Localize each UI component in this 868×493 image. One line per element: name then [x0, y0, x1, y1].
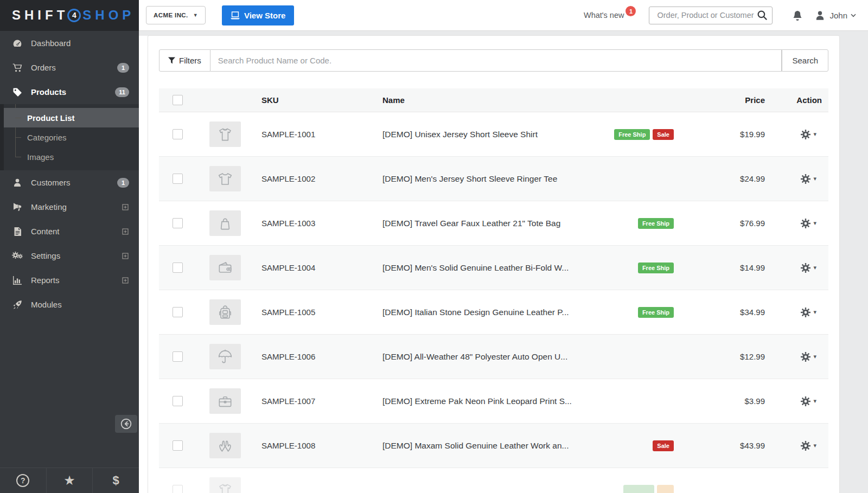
user-menu[interactable]: John: [815, 10, 856, 21]
search-button[interactable]: Search: [782, 49, 828, 72]
row-checkbox[interactable]: [173, 440, 183, 451]
sidebar-item-content[interactable]: Content: [0, 219, 139, 244]
product-sku: SAMPLE-1003: [261, 219, 382, 228]
sidebar-item-dashboard[interactable]: Dashboard: [0, 31, 139, 55]
main-content: Filters Search SKU Name Price Action SAM…: [139, 31, 868, 493]
notifications-bell-button[interactable]: [792, 10, 803, 21]
help-icon: ?: [16, 474, 29, 487]
tshirt2-thumbnail-icon[interactable]: [209, 166, 241, 191]
chevron-down-icon: ▾: [813, 353, 816, 360]
umbrella-thumbnail-icon[interactable]: [209, 344, 241, 369]
megaphone-icon: [12, 202, 23, 212]
sidebar-item-customers[interactable]: Customers1: [0, 170, 139, 195]
product-name-link[interactable]: [DEMO] Men's Jersey Short Sleeve Ringer …: [382, 174, 557, 184]
row-checkbox[interactable]: [173, 262, 183, 273]
row-actions-gear-button[interactable]: ▾: [801, 396, 816, 406]
product-name-link[interactable]: [DEMO] Italian Stone Design Genuine Leat…: [382, 308, 569, 317]
expand-icon[interactable]: [122, 228, 129, 235]
row-actions-gear-button[interactable]: ▾: [801, 308, 816, 317]
row-actions-gear-button[interactable]: ▾: [801, 352, 816, 362]
sidebar-item-label: Content: [31, 227, 60, 236]
count-badge: 1: [117, 178, 129, 188]
product-name-link[interactable]: [DEMO] Extreme Pak Neon Pink Leopard Pri…: [382, 396, 572, 406]
row-checkbox[interactable]: [173, 351, 183, 362]
sidebar-subitem-categories[interactable]: Categories: [4, 127, 139, 147]
product-name-link[interactable]: [DEMO] All-Weather 48" Polyester Auto Op…: [382, 352, 567, 362]
sidebar-item-reports[interactable]: Reports: [0, 268, 139, 292]
header-name: Name: [382, 95, 590, 105]
favorites-button[interactable]: ★: [46, 468, 93, 493]
filters-button[interactable]: Filters: [159, 49, 210, 72]
tag-icon: [12, 87, 23, 97]
product-name-link[interactable]: [DEMO] Maxam Solid Genuine Leather Work …: [382, 441, 569, 451]
table-row: SAMPLE-1001[DEMO] Unisex Jersey Short Sl…: [159, 112, 828, 157]
product-name-link[interactable]: [DEMO] Unisex Jersey Short Sleeve Shirt: [382, 130, 538, 139]
help-button[interactable]: ?: [0, 468, 46, 493]
store-selector-dropdown[interactable]: ACME INC. ▼: [146, 6, 206, 24]
cart-icon: [12, 63, 23, 73]
sidebar-item-label: Marketing: [31, 202, 67, 212]
product-name-link[interactable]: [DEMO] Men's Solid Genuine Leather Bi-Fo…: [382, 263, 569, 273]
search-icon[interactable]: [757, 10, 768, 21]
shift4shop-admin: SHIFT4SHOP ACME INC. ▼ View Store What's…: [0, 0, 868, 493]
view-store-label: View Store: [244, 11, 285, 20]
global-search-input[interactable]: [656, 10, 757, 20]
product-name-link[interactable]: [DEMO] Travel Gear Faux Leather 21" Tote…: [382, 219, 560, 228]
shift4shop-logo[interactable]: SHIFT4SHOP: [0, 0, 139, 31]
row-checkbox[interactable]: [173, 307, 183, 317]
user-icon: [815, 10, 825, 21]
dollar-icon: $: [113, 473, 119, 488]
user-name: John: [829, 11, 847, 20]
briefcase-thumbnail-icon[interactable]: [209, 388, 241, 414]
chart-icon: [12, 276, 23, 285]
row-actions-gear-button[interactable]: ▾: [801, 263, 816, 273]
collapse-arrow-left-icon: [120, 418, 132, 430]
star-icon: ★: [63, 474, 75, 487]
sidebar-subitem-product-list[interactable]: Product List: [4, 108, 139, 127]
sidebar-item-products[interactable]: Products11: [0, 80, 139, 104]
sidebar-item-modules[interactable]: Modules: [0, 292, 139, 317]
product-price: $43.99: [674, 441, 765, 450]
logo-text-shift: SHIFT: [12, 8, 68, 23]
row-checkbox[interactable]: [173, 485, 183, 493]
subitem-label: Images: [27, 152, 54, 162]
backpack-thumbnail-icon[interactable]: [209, 299, 241, 325]
sidebar-item-marketing[interactable]: Marketing: [0, 195, 139, 219]
totebag-thumbnail-icon[interactable]: [209, 210, 241, 236]
row-actions-gear-button[interactable]: ▾: [801, 174, 816, 184]
product-sku: SAMPLE-1001: [261, 130, 382, 139]
expand-icon[interactable]: [122, 253, 129, 259]
whats-new-link[interactable]: What's new 1: [584, 11, 633, 20]
row-checkbox[interactable]: [173, 396, 183, 406]
chevron-down-icon: ▾: [813, 264, 816, 271]
sidebar-subitem-images[interactable]: Images: [4, 147, 139, 167]
tshirt-thumbnail-icon[interactable]: [209, 121, 241, 147]
row-checkbox[interactable]: [173, 174, 183, 184]
billing-button[interactable]: $: [92, 468, 139, 493]
row-actions-gear-button[interactable]: ▾: [801, 219, 816, 228]
expand-icon[interactable]: [122, 277, 129, 284]
gloves-thumbnail-icon[interactable]: [209, 433, 241, 458]
chevron-down-icon: ▾: [813, 398, 816, 405]
wallet-thumbnail-icon[interactable]: [209, 255, 241, 280]
filter-bar: Filters Search: [159, 49, 828, 72]
product-search-input[interactable]: [210, 49, 782, 72]
row-checkbox[interactable]: [173, 129, 183, 139]
select-all-checkbox[interactable]: [173, 95, 183, 105]
expand-icon[interactable]: [122, 204, 129, 210]
sidebar-item-label: Orders: [31, 63, 56, 72]
laptop-icon: [231, 11, 240, 20]
sidebar-collapse-button[interactable]: [115, 415, 137, 433]
sidebar-item-orders[interactable]: Orders1: [0, 55, 139, 80]
row-actions-gear-button[interactable]: ▾: [801, 130, 816, 139]
row-checkbox[interactable]: [173, 218, 183, 228]
row-actions-gear-button[interactable]: ▾: [801, 441, 816, 451]
sidebar-item-settings[interactable]: Settings: [0, 244, 139, 268]
free-ship-badge: Free Ship: [614, 129, 650, 140]
chevron-down-icon: ▾: [813, 220, 816, 227]
product-list-card: Filters Search SKU Name Price Action SAM…: [148, 35, 840, 493]
filters-label: Filters: [179, 56, 201, 65]
product-thumbnail[interactable]: [209, 477, 241, 493]
dashboard-icon: [12, 39, 23, 48]
view-store-button[interactable]: View Store: [222, 5, 294, 25]
